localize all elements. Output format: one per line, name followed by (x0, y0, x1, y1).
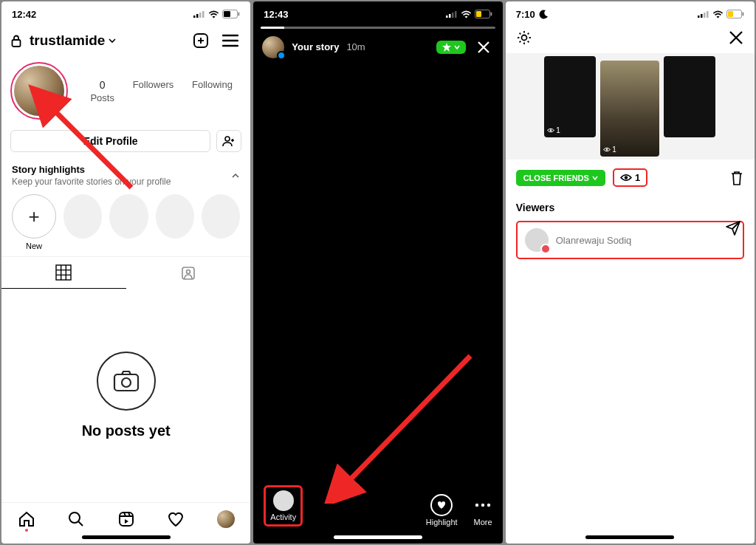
svg-rect-35 (742, 13, 743, 16)
highlight-button[interactable]: Highlight (426, 494, 458, 527)
close-button[interactable] (728, 30, 744, 46)
svg-point-26 (481, 504, 484, 507)
wifi-icon (208, 10, 219, 18)
status-time: 7:10 (516, 9, 535, 20)
highlight-label: Highlight (426, 518, 458, 527)
highlight-placeholder (109, 194, 148, 239)
nav-activity[interactable] (167, 510, 185, 528)
profile-header: trustlamide (1, 22, 250, 59)
camera-icon (113, 370, 140, 392)
liked-heart-icon (540, 244, 551, 254)
trash-icon (729, 170, 744, 186)
home-indicator (334, 535, 422, 539)
username-dropdown[interactable]: trustlamide (30, 32, 182, 49)
eye-icon (603, 147, 611, 152)
tab-tagged[interactable] (126, 257, 251, 289)
viewers-screen: 7:10 1 1 CLOSE FRIENDS (506, 1, 755, 544)
svg-rect-5 (224, 11, 230, 17)
highlight-new-label: New (12, 241, 56, 250)
more-button[interactable]: More (474, 494, 492, 527)
hamburger-icon (222, 34, 238, 47)
story-thumbnails: 1 1 (506, 56, 755, 160)
menu-button[interactable] (219, 30, 241, 52)
discover-people-button[interactable] (216, 130, 241, 152)
view-count-num: 1 (635, 172, 640, 183)
svg-rect-3 (202, 11, 205, 18)
edit-row: Edit Profile (1, 124, 250, 161)
stat-following[interactable]: Following (192, 79, 233, 103)
eye-icon (547, 128, 554, 133)
highlights-subtitle: Keep your favorite stories on your profi… (12, 176, 171, 187)
profile-tabs (1, 256, 250, 289)
stat-posts[interactable]: 0 Posts (90, 79, 114, 103)
battery-icon (475, 10, 492, 18)
profile-stats-row: 0 Posts Followers Following (1, 59, 250, 124)
chevron-down-icon (108, 36, 117, 45)
story-thumb[interactable] (664, 56, 715, 137)
dnd-moon-icon (539, 10, 549, 19)
reels-icon (117, 510, 135, 528)
svg-rect-13 (114, 374, 138, 391)
story-footer: Activity Highlight More (253, 478, 502, 532)
username-text: trustlamide (30, 32, 105, 49)
svg-point-37 (550, 129, 552, 131)
highlights-title: Story highlights (12, 164, 171, 175)
story-thumb-active[interactable]: 1 (600, 61, 659, 157)
viewers-heading: Viewers (506, 196, 755, 218)
story-avatar[interactable] (262, 36, 284, 58)
svg-point-12 (187, 270, 190, 274)
cellular-icon (446, 10, 458, 18)
status-bar: 7:10 (506, 1, 755, 22)
svg-rect-7 (13, 40, 21, 47)
svg-rect-24 (490, 13, 492, 16)
search-icon (67, 510, 85, 528)
wifi-icon (461, 10, 472, 18)
add-story-badge (277, 51, 286, 60)
cellular-icon (698, 10, 709, 18)
highlights-section: Story highlights Keep your favorite stor… (1, 161, 250, 256)
nav-profile[interactable] (217, 510, 235, 528)
svg-rect-30 (701, 14, 703, 18)
empty-text: No posts yet (82, 422, 171, 439)
more-dots-icon (475, 494, 491, 516)
view-count: 1 (613, 168, 647, 187)
svg-rect-16 (120, 513, 133, 526)
tab-grid[interactable] (1, 257, 126, 289)
stats-container: 0 Posts Followers Following (81, 79, 241, 103)
svg-rect-0 (193, 16, 196, 18)
nav-reels[interactable] (117, 510, 135, 528)
nav-search[interactable] (67, 510, 85, 528)
status-time: 12:43 (264, 9, 288, 20)
svg-rect-19 (449, 14, 451, 18)
settings-button[interactable] (516, 30, 532, 46)
svg-point-36 (521, 35, 526, 41)
activity-button[interactable]: Activity (264, 485, 303, 527)
activity-label: Activity (270, 513, 296, 521)
viewer-avatar (525, 228, 549, 252)
home-indicator (82, 535, 171, 539)
status-indicators (193, 10, 240, 18)
create-button[interactable] (190, 30, 212, 52)
highlight-new[interactable]: + New (12, 194, 56, 250)
chevron-up-icon[interactable] (231, 171, 240, 180)
edit-profile-button[interactable]: Edit Profile (10, 130, 210, 152)
share-button[interactable] (725, 220, 741, 236)
story-thumb[interactable]: 1 (544, 56, 596, 137)
stat-followers[interactable]: Followers (133, 79, 174, 103)
svg-point-15 (69, 513, 80, 523)
close-button[interactable] (473, 40, 494, 55)
close-icon (476, 40, 491, 55)
battery-icon (222, 10, 240, 18)
nav-home[interactable] (18, 510, 35, 528)
svg-rect-31 (704, 13, 706, 18)
story-content[interactable] (253, 66, 502, 479)
more-label: More (474, 518, 492, 527)
close-friends-badge[interactable] (436, 41, 466, 54)
profile-thumb (217, 510, 235, 528)
close-friends-pill[interactable]: CLOSE FRIENDS (516, 170, 605, 186)
delete-button[interactable] (729, 170, 744, 186)
viewer-item[interactable]: Olanrewaju Sodiq (516, 221, 744, 259)
story-avatar-ring[interactable] (10, 62, 68, 120)
svg-point-9 (225, 137, 230, 141)
camera-circle (97, 352, 156, 411)
